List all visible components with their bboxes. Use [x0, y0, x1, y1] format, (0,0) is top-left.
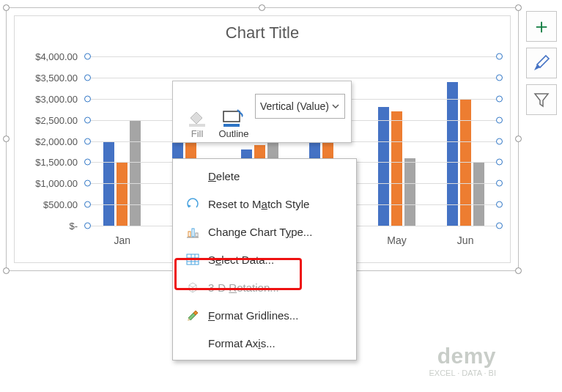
axis-selection-point[interactable] — [496, 95, 503, 102]
y-tick-label: $- — [69, 221, 78, 232]
axis-selection-point[interactable] — [84, 53, 91, 60]
fill-button: Fill — [179, 86, 215, 139]
menu-label: Format Axis... — [208, 337, 276, 350]
svg-rect-1 — [223, 111, 240, 122]
chart-title[interactable]: Chart Title — [15, 16, 510, 42]
menu-label: 3-D Rotation... — [208, 281, 279, 294]
axis-selection-point[interactable] — [84, 223, 91, 229]
blank-icon — [182, 168, 204, 184]
outline-label: Outline — [218, 128, 248, 139]
y-tick-label: $4,000.00 — [35, 51, 78, 62]
svg-rect-3 — [188, 232, 191, 237]
axis-selection-point[interactable] — [496, 138, 503, 144]
axis-selection-point[interactable] — [496, 159, 503, 166]
format-icon — [182, 307, 204, 323]
chart-type-icon — [182, 223, 204, 240]
chart-styles-button[interactable] — [526, 48, 557, 78]
bar[interactable] — [117, 162, 127, 226]
svg-rect-0 — [189, 124, 205, 127]
y-tick-label: $1,000.00 — [35, 178, 78, 189]
watermark: demy EXCEL · DATA · BI — [429, 344, 497, 377]
bar[interactable] — [404, 158, 415, 226]
axis-selection-point[interactable] — [84, 95, 91, 102]
axis-selection-point[interactable] — [496, 223, 503, 229]
axis-selection-point[interactable] — [496, 74, 503, 81]
axis-selection-point[interactable] — [84, 74, 91, 81]
x-tick-label: May — [387, 234, 406, 246]
outline-icon — [221, 103, 246, 128]
chevron-down-icon — [331, 102, 340, 111]
svg-rect-2 — [223, 124, 240, 127]
menu-label: Delete — [208, 170, 240, 182]
axis-selection-point[interactable] — [84, 201, 91, 208]
outline-button[interactable]: Outline — [215, 86, 252, 139]
mini-toolbar: Fill Outline Vertical (Value) — [172, 81, 352, 143]
svg-rect-5 — [196, 233, 198, 237]
bar[interactable] — [130, 120, 141, 226]
gridline[interactable] — [88, 56, 500, 57]
menu-label: Select Data... — [208, 254, 274, 266]
bar[interactable] — [473, 162, 484, 226]
gridline[interactable] — [88, 78, 500, 78]
svg-rect-4 — [192, 229, 194, 237]
context-menu: Delete Reset to Match Style Change Chart… — [172, 158, 357, 360]
menu-reset-style[interactable]: Reset to Match Style — [174, 190, 355, 218]
x-tick-label: Jan — [114, 234, 131, 246]
cube-icon — [182, 279, 204, 295]
axis-selection-point[interactable] — [84, 159, 91, 166]
bar[interactable] — [391, 111, 402, 226]
svg-rect-6 — [187, 254, 199, 265]
plus-icon: ＋ — [531, 12, 552, 40]
axis-selector-dropdown[interactable]: Vertical (Value) — [255, 94, 345, 119]
y-tick-label: $2,000.00 — [35, 136, 78, 147]
axis-selection-point[interactable] — [496, 180, 503, 187]
menu-label: Change Chart Type... — [208, 226, 312, 238]
x-tick-label: Jun — [457, 234, 474, 246]
y-tick-label: $3,500.00 — [35, 72, 78, 83]
axis-selection-point[interactable] — [84, 117, 91, 123]
y-tick-label: $500.00 — [43, 199, 78, 210]
resize-handle[interactable] — [3, 267, 10, 274]
blank-icon — [182, 335, 204, 351]
menu-format-gridlines[interactable]: Format Gridlines... — [174, 301, 355, 329]
brush-icon — [532, 53, 551, 73]
menu-format-axis[interactable]: Format Axis... — [174, 329, 355, 357]
axis-selection-point[interactable] — [84, 180, 91, 187]
resize-handle[interactable] — [515, 267, 522, 274]
y-tick-label: $3,000.00 — [35, 93, 78, 104]
menu-label: Reset to Match Style — [208, 198, 309, 210]
resize-handle[interactable] — [259, 4, 265, 11]
axis-selector-value: Vertical (Value) — [260, 100, 329, 112]
axis-selection-point[interactable] — [496, 117, 503, 123]
y-tick-label: $2,500.00 — [35, 114, 78, 125]
fill-label: Fill — [191, 128, 204, 139]
fill-icon — [186, 103, 208, 128]
chart-elements-button[interactable]: ＋ — [526, 11, 557, 42]
y-tick-label: $1,500.00 — [35, 157, 78, 168]
menu-select-data[interactable]: Select Data... — [174, 245, 355, 273]
axis-selection-point[interactable] — [496, 53, 503, 60]
menu-label: Format Gridlines... — [208, 309, 298, 322]
bar[interactable] — [378, 107, 389, 226]
funnel-icon — [533, 91, 550, 108]
menu-3d-rotation: 3-D Rotation... — [174, 273, 355, 301]
chart-side-buttons: ＋ — [526, 11, 558, 121]
reset-icon — [182, 196, 204, 212]
y-axis[interactable]: $4,000.00$3,500.00$3,000.00$2,500.00$2,0… — [16, 56, 82, 226]
resize-handle[interactable] — [515, 136, 522, 142]
menu-change-chart-type[interactable]: Change Chart Type... — [174, 218, 355, 245]
resize-handle[interactable] — [515, 4, 522, 11]
axis-selection-point[interactable] — [84, 138, 91, 144]
chart-filter-button[interactable] — [526, 84, 557, 115]
axis-selection-point[interactable] — [496, 201, 503, 208]
resize-handle[interactable] — [3, 4, 10, 11]
resize-handle[interactable] — [3, 136, 10, 142]
menu-delete[interactable]: Delete — [174, 162, 355, 190]
select-data-icon — [182, 251, 204, 267]
